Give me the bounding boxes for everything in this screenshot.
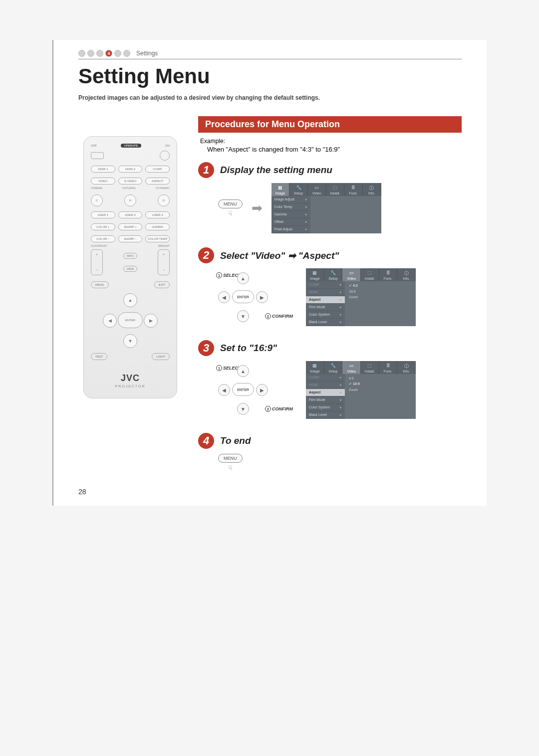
breadcrumb-dot-active: 4 xyxy=(105,50,112,57)
remote-subbrand: PROJECTOR xyxy=(91,384,170,388)
down-arrow-icon: ▼ xyxy=(237,310,249,322)
osd-option: Zoom xyxy=(349,294,412,300)
osd-option: Zoom xyxy=(349,387,412,392)
osd-screenshot-image-tab: ▦Image 🔧Setup ▭Video ⬚Install. ≣Func. ⓘI… xyxy=(271,183,381,233)
menu-pill: MENU xyxy=(218,454,243,463)
remote-left-button: ◀ xyxy=(103,314,117,328)
remote-aspect-button: ASPECT xyxy=(145,178,170,185)
osd-item: Image Adjust▸ xyxy=(271,196,310,203)
osd-item: Color Temp.▸ xyxy=(271,203,310,211)
osd-item: Black Level▸ xyxy=(306,411,345,419)
osd-tab-video: ▭Video xyxy=(308,183,326,196)
step-3: 3 Set to "16:9" 1SELECT ▲ ▼ ◀ ▶ ENTER 2C… xyxy=(198,340,462,419)
remote-colortemp-button: COLOR TEMP xyxy=(145,235,170,242)
enter-button-illustration: ENTER xyxy=(232,290,254,303)
osd-item: Film Mode▸ xyxy=(306,304,345,311)
osd-item: Color System▸ xyxy=(306,311,345,319)
remote-cinema-label: CINEMA xyxy=(91,187,102,189)
osd-option: 16:9 xyxy=(349,289,412,294)
remote-brand: JVC xyxy=(91,373,170,383)
osd-tab-setup: 🔧Setup xyxy=(289,183,308,196)
remote-colorminus-button: COLOR − xyxy=(91,235,115,242)
remote-contrast-rocker: +− xyxy=(91,249,103,275)
osd-option: 4:3 xyxy=(349,376,412,381)
dpad-illustration: ▲ ▼ ◀ ▶ ENTER xyxy=(218,272,268,322)
osd-tab-setup: 🔧Setup xyxy=(324,268,343,281)
osd-tab-info: ⓘInfo. xyxy=(397,268,416,281)
hand-icon: ☟ xyxy=(228,209,233,217)
osd-tab-func: ≣Func. xyxy=(379,361,398,374)
remote-video-button: VIDEO xyxy=(91,178,115,185)
osd-screenshot-video-aspect-169: ▦Image 🔧Setup ▭Video ⬚Install. ≣Func. ⓘI… xyxy=(306,361,416,419)
osd-tab-install: ⬚Install. xyxy=(361,268,379,281)
remote-operate-label: OPERATE xyxy=(121,144,141,148)
osd-tab-video: ▭Video xyxy=(342,268,361,281)
confirm-annotation: 2CONFIRM xyxy=(265,313,293,319)
remote-sharpminus-button: SHARP − xyxy=(118,235,143,242)
remote-right-button: ▶ xyxy=(144,314,158,328)
remote-info-button: INFO xyxy=(123,253,137,259)
step-number: 3 xyxy=(198,340,214,356)
section-header: Procedures for Menu Operation xyxy=(198,116,462,133)
remote-up-button: ▲ xyxy=(123,293,137,307)
remote-svideo-button: S-VIDEO xyxy=(118,178,143,185)
remote-user1-button: USER 1 xyxy=(91,211,115,218)
hand-icon: ☟ xyxy=(228,464,233,472)
remote-hdmi1-button: HDMI 1 xyxy=(91,166,115,173)
remote-comp-button: COMP. xyxy=(145,166,170,173)
osd-item: COMP.▸ xyxy=(306,374,345,381)
osd-tab-image: ▦Image xyxy=(306,361,324,374)
remote-user2-button: USER 2 xyxy=(118,211,143,218)
up-arrow-icon: ▲ xyxy=(237,365,249,377)
breadcrumb: 4 Settings xyxy=(78,50,462,59)
remote-hdmi2-button: HDMI 2 xyxy=(118,166,143,173)
menu-button-illustration: MENU ☟ xyxy=(218,199,243,217)
breadcrumb-dot xyxy=(96,50,103,57)
remote-natural-label: NATURAL xyxy=(122,187,136,189)
step-number: 4 xyxy=(198,433,214,449)
osd-item: Film Mode▸ xyxy=(306,396,345,404)
remote-power-button xyxy=(160,151,170,161)
remote-down-button: ▼ xyxy=(123,334,137,348)
remote-bright-rocker: +− xyxy=(158,249,170,275)
remote-menu-button: MENU xyxy=(91,281,109,288)
down-arrow-icon: ▼ xyxy=(237,403,249,415)
breadcrumb-label: Settings xyxy=(136,50,158,57)
remote-gamma-button: GAMMA xyxy=(145,223,170,230)
step-number: 1 xyxy=(198,162,214,178)
osd-screenshot-video-aspect-43: ▦Image 🔧Setup ▭Video ⬚Install. ≣Func. ⓘI… xyxy=(306,268,416,326)
osd-tab-setup: 🔧Setup xyxy=(324,361,343,374)
breadcrumb-dot xyxy=(87,50,94,57)
remote-contrast-label: CONTRAST xyxy=(91,244,107,247)
osd-item: Color System▸ xyxy=(306,404,345,411)
step-title: To end xyxy=(220,435,251,446)
page-title: Setting Menu xyxy=(78,64,462,88)
osd-item: Offset▸ xyxy=(271,218,310,226)
remote-c-button: C xyxy=(91,194,103,206)
remote-off-label: OFF xyxy=(91,144,97,147)
osd-item-selected: Aspect▸ xyxy=(306,389,345,396)
intro-text: Projected images can be adjusted to a de… xyxy=(78,94,462,101)
osd-item: Black Level▸ xyxy=(306,319,345,326)
remote-light-button: LIGHT xyxy=(152,353,170,360)
dpad-illustration: ▲ ▼ ◀ ▶ ENTER xyxy=(218,365,268,415)
step-title: Display the setting menu xyxy=(220,165,332,176)
osd-item: COMP.▸ xyxy=(306,281,345,289)
remote-sharpplus-button: SHARP + xyxy=(118,223,143,230)
breadcrumb-dot xyxy=(114,50,121,57)
remote-on-label: ON xyxy=(165,144,170,147)
example-label: Example: xyxy=(200,138,462,145)
step-1: 1 Display the setting menu MENU ☟ ➡ ▦Ima… xyxy=(198,162,462,233)
remote-exit-button: EXIT xyxy=(154,281,170,288)
osd-option-checked: 16:9 xyxy=(349,381,412,387)
remote-control-illustration: OFF OPERATE ON HDMI 1 HDMI 2 COMP. VIDEO… xyxy=(83,136,177,398)
menu-pill: MENU xyxy=(218,199,243,208)
osd-tab-image: ▦Image xyxy=(306,268,324,281)
remote-ir-window xyxy=(91,152,104,159)
breadcrumb-dot xyxy=(123,50,130,57)
osd-tab-func: ≣Func. xyxy=(344,183,363,196)
step-4: 4 To end MENU ☟ xyxy=(198,433,462,472)
left-arrow-icon: ◀ xyxy=(218,291,230,303)
page-number: 28 xyxy=(78,488,86,496)
osd-tab-video: ▭Video xyxy=(342,361,361,374)
